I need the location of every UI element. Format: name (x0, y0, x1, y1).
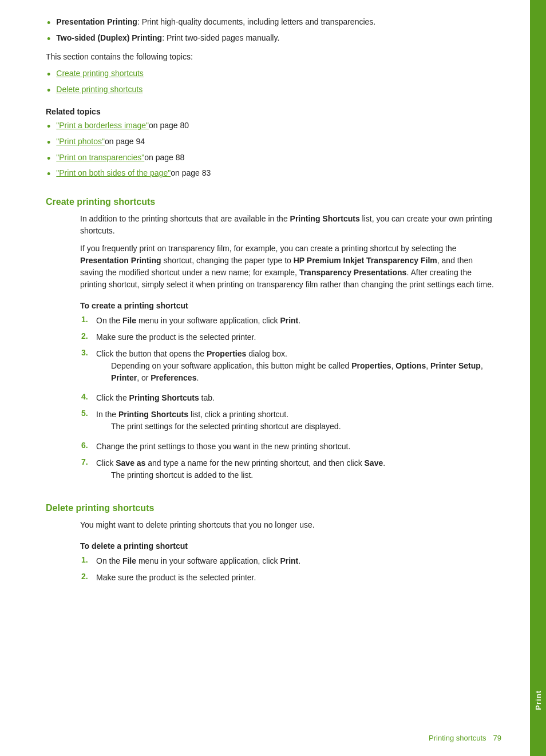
toc-delete-shortcuts[interactable]: Delete printing shortcuts (46, 85, 496, 97)
delete-step-1: 1. On the File menu in your software app… (80, 555, 496, 567)
related-topics-heading: Related topics (46, 107, 496, 116)
bullet-two-sided-printing: Two-sided (Duplex) Printing: Print two-s… (46, 33, 496, 46)
right-tab-label: Print (534, 690, 543, 710)
step-1-num: 1. (81, 315, 92, 324)
create-shortcuts-section: Create printing shortcuts In addition to… (46, 197, 496, 485)
both-sides-link[interactable]: "Print on both sides of the page" (56, 168, 171, 177)
related-borderless[interactable]: "Print a borderless image" on page 80 (46, 121, 496, 133)
delete-step-2-num: 2. (81, 572, 92, 581)
delete-para1: You might want to delete printing shortc… (80, 519, 496, 531)
delete-shortcuts-link[interactable]: Delete printing shortcuts (56, 85, 143, 94)
related-topics-section: Related topics "Print a borderless image… (46, 107, 496, 180)
create-shortcuts-link[interactable]: Create printing shortcuts (56, 69, 144, 78)
create-step-2: 2. Make sure the product is the selected… (80, 331, 496, 343)
toc-link-list: Create printing shortcuts Delete printin… (46, 69, 496, 97)
two-sided-printing-bold: Two-sided (Duplex) Printing (56, 33, 162, 42)
transparencies-suffix: on page 88 (144, 153, 184, 162)
create-step-7: 7. Click Save as and type a name for the… (80, 457, 496, 485)
create-steps-list: 1. On the File menu in your software app… (80, 315, 496, 485)
delete-subsection-title: To delete a printing shortcut (80, 541, 496, 551)
step-4-num: 4. (81, 392, 92, 401)
page-number: 79 (493, 734, 501, 742)
step-7-num: 7. (81, 457, 92, 466)
step-6-num: 6. (81, 441, 92, 450)
delete-shortcuts-heading: Delete printing shortcuts (46, 503, 496, 513)
delete-step-1-num: 1. (81, 555, 92, 564)
create-step-5: 5. In the Printing Shortcuts list, click… (80, 409, 496, 436)
delete-step-2: 2. Make sure the product is the selected… (80, 572, 496, 584)
delete-shortcuts-section: Delete printing shortcuts You might want… (46, 503, 496, 584)
step-3-num: 3. (81, 348, 92, 357)
create-step-4: 4. Click the Printing Shortcuts tab. (80, 392, 496, 404)
printing-shortcuts-bold: Printing Shortcuts (290, 214, 360, 223)
borderless-suffix: on page 80 (149, 121, 189, 130)
borderless-link[interactable]: "Print a borderless image" (56, 121, 149, 130)
bullet-presentation-printing: Presentation Printing: Print high-qualit… (46, 17, 496, 30)
create-step-1: 1. On the File menu in your software app… (80, 315, 496, 327)
both-sides-suffix: on page 83 (171, 168, 211, 177)
related-both-sides[interactable]: "Print on both sides of the page" on pag… (46, 168, 496, 181)
create-step-3: 3. Click the button that opens the Prope… (80, 348, 496, 387)
related-transparencies[interactable]: "Print on transparencies" on page 88 (46, 153, 496, 165)
create-shortcuts-heading: Create printing shortcuts (46, 197, 496, 207)
section-intro-text: This section contains the following topi… (46, 51, 496, 63)
step-5-num: 5. (81, 409, 92, 418)
create-para2: If you frequently print on transparency … (80, 243, 496, 291)
create-step-6: 6. Change the print settings to those yo… (80, 441, 496, 453)
intro-bullet-list: Presentation Printing: Print high-qualit… (46, 17, 496, 45)
related-photos[interactable]: "Print photos" on page 94 (46, 137, 496, 149)
create-subsection-title: To create a printing shortcut (80, 301, 496, 310)
delete-steps-list: 1. On the File menu in your software app… (80, 555, 496, 584)
page-footer: Printing shortcuts 79 (429, 734, 501, 742)
toc-create-shortcuts[interactable]: Create printing shortcuts (46, 69, 496, 81)
step-2-num: 2. (81, 331, 92, 341)
footer-label: Printing shortcuts (429, 734, 486, 742)
presentation-printing-bold: Presentation Printing (56, 17, 137, 26)
presentation-printing-text: : Print high-quality documents, includin… (137, 17, 375, 26)
right-tab: Print (530, 0, 546, 756)
transparencies-link[interactable]: "Print on transparencies" (56, 153, 144, 162)
photos-suffix: on page 94 (105, 137, 145, 146)
two-sided-printing-text: : Print two-sided pages manually. (162, 33, 279, 42)
photos-link[interactable]: "Print photos" (56, 137, 105, 146)
create-para1: In addition to the printing shortcuts th… (80, 213, 496, 237)
related-topics-list: "Print a borderless image" on page 80 "P… (46, 121, 496, 180)
